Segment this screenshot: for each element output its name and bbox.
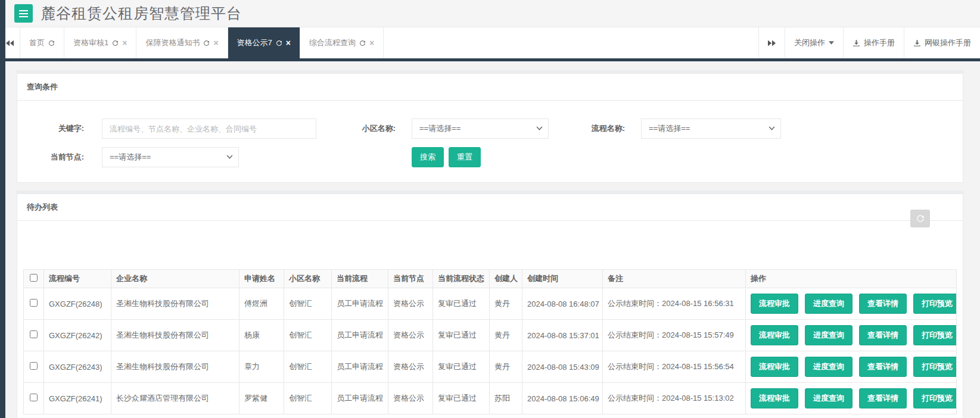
refresh-icon[interactable] [276, 40, 282, 46]
close-icon[interactable]: × [286, 39, 291, 47]
tab-guarantee-notice[interactable]: 保障资格通知书 × [136, 27, 228, 58]
table-refresh-button[interactable] [910, 210, 930, 227]
caret-down-icon [829, 41, 834, 45]
top-header: 麓谷租赁公租房智慧管理平台 [0, 0, 980, 27]
row-checkbox[interactable] [30, 330, 38, 338]
col-remark: 备注 [603, 270, 746, 288]
search-button[interactable]: 搜索 [412, 147, 444, 167]
view-details-button[interactable]: 查看详情 [859, 294, 907, 314]
col-process-status: 当前流程状态 [433, 270, 490, 288]
download-icon [853, 39, 860, 47]
tab-label: 资格公示7 [237, 38, 272, 48]
hamburger-menu-button[interactable] [14, 4, 33, 23]
tab-label: 保障资格通知书 [145, 38, 200, 48]
todo-list-panel: 待办列表 流程编号 企业名称 申请姓名 小区名称 当前流程 当前节点 当前流程状… [17, 191, 963, 418]
process-select-value: ==请选择== [649, 123, 690, 134]
table-row: GXGZF(26248) 圣湘生物科技股份有限公司 傅煜洲 创智汇 员工申请流程… [24, 288, 957, 320]
operation-manual-download[interactable]: 操作手册 [843, 27, 904, 58]
cell-status: 复审已通过 [433, 383, 490, 414]
cell-company: 长沙众耀酒店管理有限公司 [111, 383, 239, 414]
table-row: GXGZF(26242) 圣湘生物科技股份有限公司 杨康 创智汇 员工申请流程 … [24, 320, 957, 351]
tab-process-query[interactable]: 综合流程查询 × [300, 27, 384, 58]
col-creator: 创建人 [490, 270, 522, 288]
row-checkbox[interactable] [30, 362, 38, 370]
cell-community: 创智汇 [284, 383, 332, 414]
tab-home[interactable]: 首页 [20, 27, 64, 58]
community-select-value: ==请选择== [419, 123, 461, 134]
process-approve-button[interactable]: 流程审批 [751, 294, 798, 314]
col-created-time: 创建时间 [522, 270, 603, 288]
node-select[interactable]: ==请选择== [102, 147, 239, 167]
table-row: GXGZF(26243) 圣湘生物科技股份有限公司 章力 创智汇 员工申请流程 … [24, 351, 957, 383]
select-all-checkbox[interactable] [30, 274, 38, 282]
cell-node: 资格公示 [388, 383, 433, 414]
refresh-icon [916, 214, 925, 223]
col-applicant: 申请姓名 [239, 270, 284, 288]
refresh-icon[interactable] [359, 40, 366, 46]
col-community: 小区名称 [284, 270, 332, 288]
cell-company: 圣湘生物科技股份有限公司 [111, 320, 239, 351]
print-preview-button[interactable]: 打印预览 [913, 294, 957, 314]
reset-button[interactable]: 重置 [449, 147, 481, 167]
cell-creator: 黄丹 [490, 351, 522, 383]
tab-label: 首页 [29, 38, 45, 48]
double-chevron-right-icon [768, 40, 776, 46]
cell-process-no: GXGZF(26241) [44, 383, 111, 414]
tab-bar: 首页 资格审核1 × 保障资格通知书 × 资格公示7 × 综合流程查询 × 关闭… [0, 27, 980, 61]
close-operations-dropdown[interactable]: 关闭操作 [785, 27, 843, 58]
print-preview-button[interactable]: 打印预览 [913, 357, 957, 377]
bank-manual-download[interactable]: 网银操作手册 [904, 27, 980, 58]
tab-qualification-publicity[interactable]: 资格公示7 × [228, 27, 300, 58]
close-operations-label: 关闭操作 [794, 38, 825, 48]
refresh-icon[interactable] [203, 40, 210, 46]
cell-process-no: GXGZF(26248) [44, 288, 111, 320]
print-preview-button[interactable]: 打印预览 [913, 325, 957, 345]
process-approve-button[interactable]: 流程审批 [751, 357, 798, 377]
process-label: 流程名称: [549, 123, 641, 134]
close-icon[interactable]: × [369, 39, 374, 47]
progress-query-button[interactable]: 进度查询 [805, 294, 853, 314]
cell-community: 创智汇 [284, 320, 332, 351]
tab-label: 资格审核1 [73, 38, 108, 48]
process-approve-button[interactable]: 流程审批 [751, 325, 798, 345]
view-details-button[interactable]: 查看详情 [859, 357, 907, 377]
cell-process-no: GXGZF(26243) [44, 351, 111, 383]
cell-process: 员工申请流程 [332, 288, 388, 320]
cell-community: 创智汇 [284, 351, 332, 383]
cell-applicant: 傅煜洲 [239, 288, 284, 320]
refresh-icon[interactable] [48, 40, 55, 46]
progress-query-button[interactable]: 进度查询 [805, 388, 853, 408]
cell-applicant: 杨康 [239, 320, 284, 351]
cell-applicant: 章力 [239, 351, 284, 383]
process-select[interactable]: ==请选择== [641, 118, 781, 139]
chevron-down-icon [536, 126, 543, 130]
cell-process-no: GXGZF(26242) [44, 320, 111, 351]
row-checkbox[interactable] [30, 299, 38, 307]
keyword-label: 关键字: [17, 123, 102, 134]
refresh-icon[interactable] [112, 40, 119, 46]
cell-status: 复审已通过 [433, 351, 490, 383]
cell-status: 复审已通过 [433, 288, 490, 320]
view-details-button[interactable]: 查看详情 [859, 388, 907, 408]
community-label: 小区名称: [316, 123, 412, 134]
progress-query-button[interactable]: 进度查询 [805, 325, 853, 345]
tab-qualification-review[interactable]: 资格审核1 × [64, 27, 136, 58]
keyword-input[interactable] [102, 118, 316, 139]
community-select[interactable]: ==请选择== [412, 118, 549, 139]
cell-remark: 公示结束时间：2024-08-15 15:13:02 [603, 383, 746, 414]
close-icon[interactable]: × [213, 39, 218, 47]
cell-community: 创智汇 [284, 288, 332, 320]
progress-query-button[interactable]: 进度查询 [805, 357, 853, 377]
close-icon[interactable]: × [122, 39, 127, 47]
cell-process: 员工申请流程 [332, 351, 388, 383]
print-preview-button[interactable]: 打印预览 [913, 388, 957, 408]
todo-table-wrap: 流程编号 企业名称 申请姓名 小区名称 当前流程 当前节点 当前流程状态 创建人… [23, 269, 957, 414]
process-approve-button[interactable]: 流程审批 [751, 388, 798, 408]
cell-applicant: 罗紫健 [239, 383, 284, 414]
cell-created: 2024-08-08 15:37:01 [522, 320, 603, 351]
node-select-value: ==请选择== [110, 152, 151, 163]
view-details-button[interactable]: 查看详情 [859, 325, 907, 345]
tabs-scroll-right-button[interactable] [758, 27, 785, 58]
cell-created: 2024-08-08 15:43:09 [522, 351, 603, 383]
row-checkbox[interactable] [30, 394, 38, 401]
